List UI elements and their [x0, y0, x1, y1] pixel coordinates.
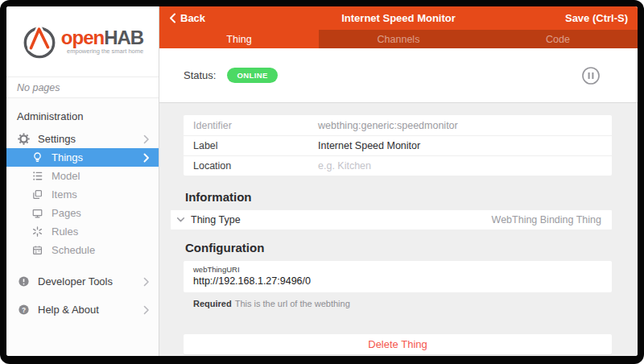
information-heading: Information: [185, 190, 612, 204]
required-text: This is the url of the webthing: [235, 299, 350, 308]
alert-circle-icon: [17, 275, 31, 287]
chevron-down-icon: [176, 217, 185, 223]
question-circle-icon: ?: [17, 304, 31, 316]
sidebar-item-label: Rules: [52, 225, 78, 238]
sidebar-item-help-about[interactable]: ? Help & About: [6, 300, 159, 319]
calendar-icon: [31, 244, 44, 256]
brand-open: open: [61, 27, 104, 48]
sidebar-item-developer-tools[interactable]: Developer Tools: [6, 272, 159, 291]
delete-thing-button[interactable]: Delete Thing: [184, 334, 612, 354]
status-badge: ONLINE: [227, 68, 277, 83]
brand-tagline: empowering the smart home: [61, 48, 143, 55]
location-row[interactable]: Location e.g. Kitchen: [184, 155, 612, 176]
required-note: RequiredThis is the url of the webthing: [193, 299, 612, 308]
app-window: openHAB empowering the smart home No pag…: [6, 6, 638, 356]
openhab-logo-icon: [22, 24, 57, 60]
thing-type-row[interactable]: Thing Type WebThing Binding Thing: [171, 210, 612, 230]
sidebar-nav: Administration Sett: [6, 98, 159, 319]
sidebar-item-things[interactable]: Things: [6, 148, 159, 167]
webthing-uri-input[interactable]: http://192.168.1.27:9496/0: [193, 275, 602, 287]
tab-thing[interactable]: Thing: [159, 30, 319, 48]
no-pages-label: No pages: [6, 77, 159, 98]
sidebar-item-label: Schedule: [52, 244, 95, 256]
label-input[interactable]: Internet Speed Monitor: [318, 140, 420, 151]
tab-code[interactable]: Code: [478, 30, 638, 48]
sidebar-item-label: Developer Tools: [38, 275, 113, 287]
sparkle-icon: [31, 225, 44, 238]
sidebar-item-label: Help & About: [38, 304, 99, 316]
thing-form-card: Identifier webthing:generic:speedmonitor…: [184, 115, 612, 176]
sidebar-item-label: Things: [52, 151, 83, 163]
identifier-value: webthing:generic:speedmonitor: [318, 120, 458, 131]
chevron-right-icon: [143, 153, 150, 163]
configuration-heading: Configuration: [185, 241, 612, 254]
chevron-right-icon: [143, 305, 150, 315]
webthing-uri-field[interactable]: webThingURI http://192.168.1.27:9496/0: [184, 261, 612, 292]
brand-wordmark: openHAB: [61, 28, 143, 48]
tab-bar: Thing Channels Code: [159, 30, 638, 48]
sidebar-item-label: Pages: [52, 207, 81, 219]
lightbulb-icon: [31, 151, 44, 163]
label-row[interactable]: Label Internet Speed Monitor: [184, 135, 612, 155]
required-label: Required: [193, 299, 232, 308]
svg-text:?: ?: [22, 306, 26, 314]
sidebar-item-items[interactable]: Items: [6, 185, 159, 204]
webthing-uri-label: webThingURI: [193, 265, 602, 274]
sidebar-item-schedule[interactable]: Schedule: [6, 241, 159, 259]
copy-squares-icon: [31, 188, 44, 201]
pause-icon: [581, 66, 601, 85]
save-button[interactable]: Save (Ctrl-S): [565, 12, 628, 24]
logo-area: openHAB empowering the smart home: [6, 6, 159, 77]
chevron-right-icon: [143, 134, 150, 144]
sidebar: openHAB empowering the smart home No pag…: [6, 6, 159, 356]
pause-button[interactable]: [581, 66, 601, 85]
gear-icon: [17, 133, 31, 145]
identifier-row: Identifier webthing:generic:speedmonitor: [184, 115, 612, 135]
sidebar-item-rules[interactable]: Rules: [6, 222, 159, 241]
sidebar-item-pages[interactable]: Pages: [6, 204, 159, 222]
tab-channels[interactable]: Channels: [319, 30, 478, 48]
back-button[interactable]: Back: [169, 12, 205, 24]
sidebar-item-label: Model: [52, 170, 80, 182]
label-label: Label: [193, 140, 318, 151]
location-label: Location: [193, 160, 318, 172]
location-input[interactable]: e.g. Kitchen: [318, 160, 371, 172]
back-label: Back: [180, 12, 205, 24]
thing-type-label: Thing Type: [191, 214, 241, 225]
window-frame: openHAB empowering the smart home No pag…: [0, 0, 644, 364]
sidebar-item-label: Items: [52, 188, 77, 201]
admin-section-label: Administration: [6, 106, 159, 130]
monitor-icon: [31, 207, 44, 219]
openhab-logo: openHAB empowering the smart home: [22, 24, 143, 60]
thing-type-value: WebThing Binding Thing: [492, 214, 601, 225]
top-navbar: Back Internet Speed Monitor Save (Ctrl-S…: [159, 6, 638, 30]
status-section: Status: ONLINE: [159, 48, 638, 103]
content-area: Identifier webthing:generic:speedmonitor…: [159, 103, 638, 356]
sidebar-item-settings[interactable]: Settings: [6, 130, 159, 148]
sidebar-item-label: Settings: [38, 133, 76, 145]
sidebar-item-model[interactable]: Model: [6, 167, 159, 185]
brand-hab: HAB: [104, 27, 143, 48]
identifier-label: Identifier: [193, 120, 318, 131]
model-tree-icon: [31, 170, 44, 182]
chevron-right-icon: [143, 277, 150, 287]
chevron-left-icon: [169, 13, 176, 23]
main-panel: Back Internet Speed Monitor Save (Ctrl-S…: [159, 6, 638, 356]
status-label: Status:: [184, 69, 216, 81]
